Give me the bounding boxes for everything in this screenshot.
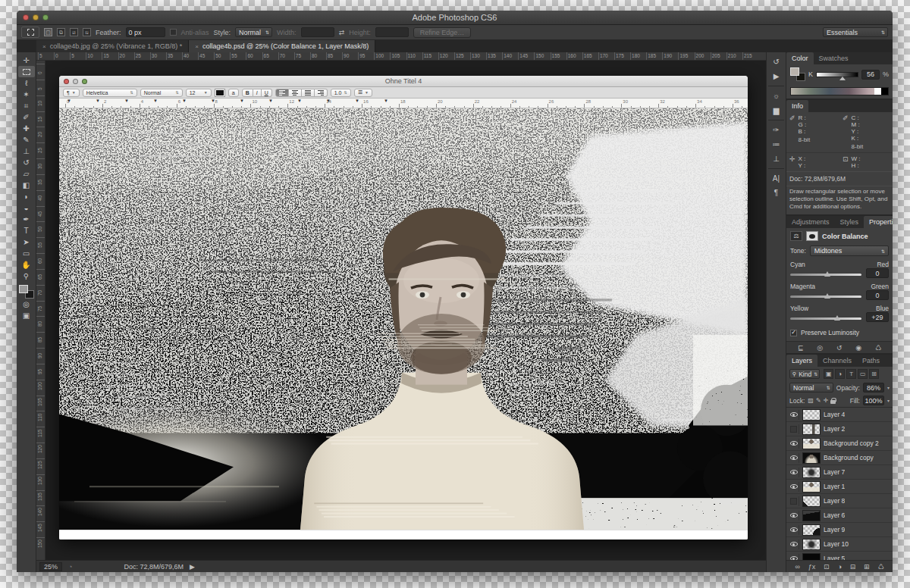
layer-visibility-toggle[interactable] (789, 540, 799, 549)
vertical-ruler[interactable]: 0510152025303540455055606570758085909510… (36, 61, 46, 560)
list-style-select[interactable]: ☰▼ (354, 89, 372, 97)
layer-visibility-toggle[interactable] (789, 511, 799, 521)
layer-row[interactable]: Layer 7 (786, 465, 893, 480)
slider-handle[interactable] (824, 271, 830, 277)
layer-row[interactable]: Layer 6 (786, 508, 893, 523)
eraser-tool[interactable]: ▱ (18, 168, 35, 180)
link-layers-icon[interactable]: ∞ (795, 563, 799, 571)
tab-stop-marker[interactable]: ▼ (355, 99, 359, 103)
add-mask-icon[interactable]: ⊡ (824, 563, 830, 571)
path-selection-tool[interactable]: ➤ (18, 236, 35, 248)
lock-position-icon[interactable]: ✛ (824, 397, 829, 404)
foreground-color-swatch[interactable] (19, 285, 28, 293)
tab-properties[interactable]: Properties (864, 216, 893, 228)
preserve-luminosity-checkbox[interactable]: ✓ (790, 330, 797, 336)
close-tab-icon[interactable]: × (195, 43, 199, 50)
align-right-button[interactable] (315, 89, 328, 97)
layer-row[interactable]: Layer 5 (786, 552, 893, 560)
textedit-ruler[interactable]: 024681012141618202224262830323436▼▼▼▼▼▼▼… (59, 99, 748, 108)
layer-filter-kind-select[interactable]: ⚲ Kind ⇅ (789, 369, 820, 379)
color-spectrum-ramp[interactable] (790, 87, 889, 95)
layer-row[interactable]: Layer 9 (786, 523, 893, 537)
visibility-icon[interactable]: ◉ (855, 344, 861, 352)
filter-type-icon[interactable]: T (846, 369, 856, 379)
filter-pixel-icon[interactable]: ▣ (824, 369, 833, 379)
layer-thumbnail[interactable] (802, 496, 821, 507)
tone-select[interactable]: Midtones⇅ (810, 246, 889, 256)
width-input[interactable] (301, 27, 334, 37)
layer-visibility-toggle[interactable] (789, 453, 799, 463)
hand-tool[interactable]: ✋ (18, 259, 35, 271)
align-left-button[interactable] (275, 89, 289, 97)
chevron-down-icon[interactable]: ▾ (887, 385, 890, 390)
font-size-select[interactable]: 12▼ (186, 89, 212, 97)
adjustments-panel-icon[interactable]: ☼ (768, 89, 784, 102)
close-tab-icon[interactable]: × (42, 43, 46, 50)
chevron-down-icon[interactable]: ▾ (887, 398, 890, 403)
feather-input[interactable]: 0 px (126, 27, 165, 37)
line-spacing-select[interactable]: 1.0⇅ (331, 89, 351, 97)
tab-stop-marker[interactable]: ▼ (124, 99, 129, 103)
filter-adjustment-icon[interactable]: ◑ (835, 369, 845, 379)
blur-tool[interactable]: ◗ (18, 191, 35, 202)
layer-thumbnail[interactable] (802, 438, 821, 449)
tab-stop-marker[interactable]: ▼ (211, 99, 215, 103)
layer-visibility-toggle[interactable] (789, 525, 799, 535)
lasso-tool[interactable]: ℓ (18, 77, 35, 89)
textedit-window[interactable]: Ohne Titel 4 ¶▼ Helvetica⇅ Normal⇅ 12▼ a… (59, 76, 748, 540)
previous-state-icon[interactable]: ◎ (817, 344, 823, 352)
selection-add-icon[interactable]: ⧉ (57, 28, 65, 36)
tab-stop-marker[interactable]: ▼ (297, 99, 302, 103)
layer-visibility-toggle[interactable] (789, 410, 799, 420)
layer-row[interactable]: Background copy (786, 451, 893, 465)
layer-visibility-toggle[interactable] (789, 424, 799, 434)
layer-row[interactable]: Layer 2 (786, 422, 893, 436)
layer-visibility-toggle[interactable] (789, 554, 799, 561)
quick-selection-tool[interactable]: ✶ (18, 89, 35, 100)
document-tab-0[interactable]: ×collage4b.jpg @ 25% (Vibrance 1, RGB/8)… (36, 40, 189, 52)
layer-visibility-toggle[interactable] (789, 439, 799, 449)
tab-stop-marker[interactable]: ▼ (384, 99, 388, 103)
layer-row[interactable]: Layer 4 (786, 408, 893, 422)
layer-row[interactable]: Layer 1 (786, 480, 893, 494)
clone-source-panel-icon[interactable]: ⊥ (768, 152, 784, 165)
paragraph-panel-icon[interactable]: ¶ (768, 186, 784, 199)
screen-mode-icon[interactable]: ▣ (18, 310, 35, 321)
refine-edge-button[interactable]: Refine Edge… (413, 27, 472, 38)
tab-stop-marker[interactable]: ▼ (153, 99, 158, 103)
history-brush-tool[interactable]: ↺ (18, 157, 35, 168)
k-value[interactable]: 56 (861, 70, 880, 80)
tab-channels[interactable]: Channels (817, 355, 857, 367)
layer-row[interactable]: Layer 8 (786, 494, 893, 508)
selection-subtract-icon[interactable]: ⧄ (70, 28, 78, 36)
k-slider[interactable] (816, 72, 858, 77)
tool-preset-picker[interactable] (21, 27, 39, 38)
tab-swatches[interactable]: Swatches (814, 52, 854, 64)
layer-visibility-toggle[interactable] (789, 482, 799, 492)
selection-new-icon[interactable]: ▢ (44, 28, 52, 36)
reset-icon[interactable]: ↺ (836, 344, 843, 352)
delete-layer-icon[interactable]: ♺ (878, 563, 884, 571)
healing-brush-tool[interactable]: ✚ (18, 123, 35, 134)
quick-mask-icon[interactable]: ◎ (18, 299, 35, 310)
tab-paths[interactable]: Paths (857, 355, 885, 367)
tab-stop-marker[interactable]: ▼ (182, 99, 187, 103)
blend-mode-select[interactable]: Normal⇅ (789, 383, 833, 393)
layer-thumbnail[interactable] (802, 481, 821, 493)
slider-handle[interactable] (834, 315, 840, 321)
tab-stop-marker[interactable]: ▼ (96, 99, 100, 103)
text-color-well[interactable] (215, 89, 225, 97)
layer-row[interactable]: Background copy 2 (786, 436, 893, 451)
pen-tool[interactable]: ✒ (18, 214, 35, 225)
delete-icon[interactable]: ♺ (875, 344, 881, 352)
height-input[interactable] (375, 27, 409, 37)
fill-value[interactable]: 100% (863, 396, 884, 405)
new-layer-icon[interactable]: ⊞ (864, 563, 870, 571)
selection-intersect-icon[interactable]: ⧅ (83, 28, 91, 36)
histogram-panel-icon[interactable]: ▆ (768, 104, 784, 117)
workspace-select[interactable]: Essentials⇅ (823, 27, 888, 37)
slider-track[interactable] (790, 296, 861, 298)
zoom-tool[interactable]: ⚲ (18, 271, 35, 282)
tab-stop-marker[interactable]: ▼ (67, 99, 71, 103)
layer-thumbnail[interactable] (802, 539, 821, 550)
